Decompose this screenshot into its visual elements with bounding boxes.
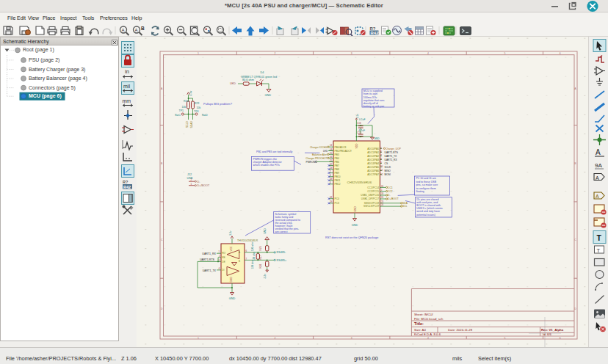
svg-text:3.3v: 3.3v (189, 91, 192, 96)
svg-text:PB10: PB10 (335, 175, 341, 178)
svg-text:SCLK: SCLK (385, 166, 391, 169)
svg-text:A: A (596, 175, 599, 181)
svg-text:Id: 6/6: Id: 6/6 (543, 332, 552, 336)
svg-text:CC2/PC15: CC2/PC15 (367, 190, 379, 193)
svg-text:R?: R? (123, 180, 129, 184)
svg-text:0.1uF: 0.1uF (359, 118, 366, 121)
svg-text:A: A (122, 28, 125, 32)
svg-text:PB0/ADC8: PB0/ADC8 (335, 146, 347, 149)
svg-text:MOSI: MOSI (385, 173, 391, 176)
svg-text:CC2: CC2 (388, 190, 393, 193)
svg-text:mm: mm (123, 98, 131, 103)
svg-text:VCC: VCC (230, 246, 233, 251)
svg-text:Charger IOCHG: Charger IOCHG (310, 146, 327, 149)
svg-text:23: 23 (330, 167, 333, 170)
svg-text:mil: mil (123, 84, 130, 89)
svg-text:3.3v: 3.3v (356, 114, 359, 119)
svg-text:20: 20 (381, 185, 384, 188)
svg-text:DE: DE (222, 261, 225, 263)
svg-text:120 ohm: 120 ohm (251, 260, 254, 269)
svg-text:ADC4/PA4: ADC4/PA4 (367, 162, 379, 165)
svg-text:R42: R42 (371, 31, 380, 35)
svg-text:USB1_DP/PC17: USB1_DP/PC17 (361, 197, 379, 200)
svg-text:PB1/PB5/ADC9: PB1/PB5/ADC9 (335, 150, 352, 153)
svg-text:3.3v: 3.3v (229, 230, 232, 236)
svg-text:R27: R27 (259, 255, 262, 260)
svg-text:UART1-RTS: UART1-RTS (385, 151, 399, 154)
svg-text:in: in (125, 68, 129, 75)
svg-text:CH32V035GRU6: CH32V035GRU6 (347, 181, 372, 184)
svg-text:are correct: are correct (275, 230, 288, 233)
svg-text:SCL: SCL (402, 205, 408, 208)
svg-text:T: T (597, 247, 601, 254)
svg-text:LED: LED (323, 150, 328, 153)
svg-text:THVD1420DRLR: THVD1420DRLR (237, 239, 258, 242)
svg-text:1: 1 (198, 337, 199, 340)
svg-text:UART1_TX: UART1_TX (203, 269, 217, 272)
svg-text:PC 10 and 11 are: PC 10 and 11 are (416, 177, 436, 180)
svg-text:GND: GND (229, 297, 236, 300)
svg-text:TP4: TP4 (194, 110, 198, 113)
svg-text:RST does not exist on the QFN2: RST does not exist on the QFN20 package (325, 236, 378, 239)
svg-text:PB7: PB7 (335, 164, 339, 167)
svg-text:C15: C15 (357, 131, 361, 134)
svg-text:SCL0: SCL0 (186, 121, 189, 128)
svg-text:Pullups BIG problem?: Pullups BIG problem? (203, 102, 233, 106)
svg-text:PC3: PC3 (335, 202, 340, 205)
svg-text:4: 4 (427, 52, 429, 55)
svg-text:ADC0/PA0: ADC0/PA0 (367, 148, 379, 150)
svg-text:18: 18 (381, 192, 384, 195)
svg-text:A: A (596, 194, 599, 199)
svg-text:Balancer Alert: Balancer Alert (312, 153, 327, 156)
svg-text:PB12: PB12 (335, 183, 341, 186)
svg-text:which enables the FITs: which enables the FITs (253, 164, 280, 167)
svg-text:battery or usb pwr: battery or usb pwr (363, 105, 385, 108)
svg-text:10: 10 (380, 165, 383, 168)
svg-text:16: 16 (330, 156, 333, 159)
svg-text:80.6 ohm: 80.6 ohm (242, 79, 254, 81)
svg-text:D4: D4 (261, 71, 264, 74)
svg-text:SWCLK/PC19: SWCLK/PC19 (363, 205, 379, 208)
svg-text:GND: GND (352, 224, 358, 227)
svg-text:R26: R26 (259, 246, 262, 250)
svg-text:pins, so make sure: pins, so make sure (416, 183, 438, 186)
svg-text:CC1/PC14: CC1/PC14 (367, 186, 379, 189)
svg-text:Charger PROCHOT: Charger PROCHOT (305, 157, 327, 160)
svg-text:R28: R28 (259, 264, 262, 269)
svg-text:USB1_DM/PC16: USB1_DM/PC16 (361, 194, 379, 197)
svg-text:R42: R42 (123, 185, 131, 189)
svg-text:ADC7/PA7: ADC7/PA7 (367, 173, 379, 176)
svg-text:13: 13 (330, 144, 333, 147)
svg-text:6: 6 (560, 52, 561, 55)
svg-text:GRBM LT Q996.01 green led: GRBM LT Q996.01 green led (241, 76, 277, 79)
svg-text:ADC3/PA3: ADC3/PA3 (367, 159, 379, 161)
svg-text:33: 33 (330, 178, 333, 181)
svg-text:RS485+: RS485+ (277, 259, 288, 262)
svg-text:2: 2 (275, 337, 276, 340)
svg-text:J12: J12 (187, 173, 192, 176)
svg-text:A: A (239, 251, 240, 254)
svg-text:PB4: PB4 (335, 157, 339, 160)
svg-text:B: B (239, 260, 240, 263)
svg-text:B: B (141, 26, 145, 31)
svg-text:19: 19 (381, 196, 384, 199)
svg-text:5: 5 (504, 337, 505, 340)
svg-text:Rev: V1_Alpha: Rev: V1_Alpha (541, 328, 564, 332)
svg-text:18: 18 (330, 196, 333, 199)
svg-text:RO: RO (222, 252, 226, 255)
svg-text:RE: RE (222, 256, 225, 259)
svg-text:3: 3 (351, 52, 352, 55)
svg-text:GND: GND (374, 137, 380, 140)
svg-text:PB11: PB11 (335, 179, 341, 182)
svg-text:22: 22 (330, 163, 333, 166)
svg-text:5: 5 (504, 52, 505, 55)
svg-text:D+/BOOT: D+/BOOT (198, 184, 210, 187)
svg-text:KiCad E.D.A. 8.0.6: KiCad E.D.A. 8.0.6 (414, 332, 441, 336)
svg-text:UART1_RX: UART1_RX (385, 159, 398, 161)
svg-text:UART1_RX: UART1_RX (202, 252, 216, 255)
svg-text:3.3v: 3.3v (264, 274, 267, 279)
svg-text:MISO: MISO (385, 170, 391, 172)
svg-text:2: 2 (275, 52, 276, 55)
svg-text:potential issues): potential issues) (416, 214, 435, 216)
svg-text:A: A (596, 148, 601, 156)
